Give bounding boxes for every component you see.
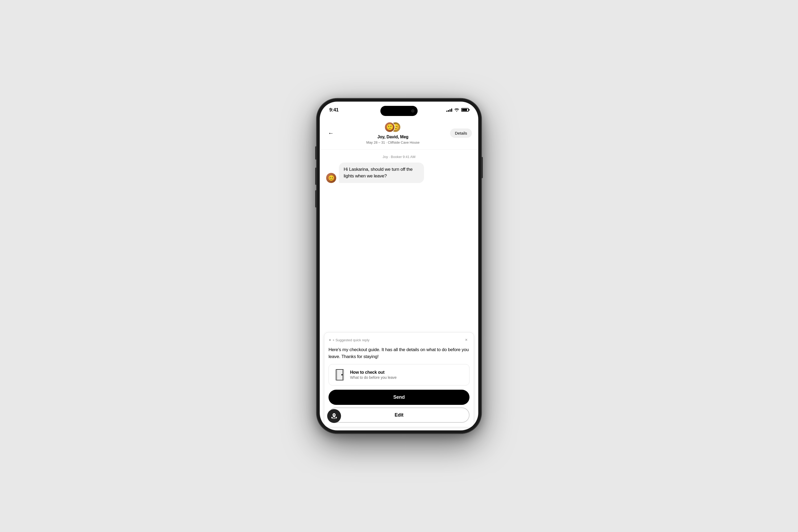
edit-button[interactable]: Edit xyxy=(328,407,470,423)
phone-frame: 9:41 xyxy=(317,98,481,434)
sparkle-icon: ✦ xyxy=(328,338,331,342)
trip-info: May 28 – 31 · Cliffside Cave House xyxy=(366,140,419,145)
back-arrow-icon: ← xyxy=(328,130,334,137)
checkout-title: How to check out xyxy=(350,370,464,375)
suggested-reply-header: ✦ + Suggested quick reply × xyxy=(328,337,470,343)
suggested-reply-container: ✦ + Suggested quick reply × Here's my ch… xyxy=(324,332,474,427)
avatar-group: 🙂 😊 xyxy=(384,122,401,134)
action-buttons: Send Edit xyxy=(328,390,470,423)
app-content: ← 🙂 😊 Joy, David, Meg May 28 – 31 · Clif… xyxy=(320,118,478,431)
status-icons xyxy=(446,108,469,112)
avatar-joy: 🙂 xyxy=(384,122,395,132)
message-row: 😊 Hi Laskarina, should we turn off the l… xyxy=(326,163,472,183)
checkout-door-icon xyxy=(334,369,346,381)
checkout-info: How to check out What to do before you l… xyxy=(350,370,464,380)
message-text: Hi Laskarina, should we turn off the lig… xyxy=(344,167,413,178)
phone-screen: 9:41 xyxy=(320,101,478,431)
header-center: 🙂 😊 Joy, David, Meg May 28 – 31 · Cliffs… xyxy=(366,122,419,145)
message-bubble: Hi Laskarina, should we turn off the lig… xyxy=(339,163,424,183)
suggested-label: ✦ + Suggested quick reply xyxy=(328,338,369,342)
details-button[interactable]: Details xyxy=(450,129,472,138)
dynamic-island xyxy=(380,106,418,116)
chat-header: ← 🙂 😊 Joy, David, Meg May 28 – 31 · Clif… xyxy=(320,118,478,150)
close-button[interactable]: × xyxy=(463,337,470,343)
reply-text: Here's my checkout guide. It has all the… xyxy=(328,346,470,360)
signal-icon xyxy=(446,108,452,112)
wifi-icon xyxy=(454,108,459,112)
airbnb-logo-icon xyxy=(330,412,338,420)
status-time: 9:41 xyxy=(329,107,339,113)
airbnb-fab[interactable] xyxy=(327,409,341,423)
volume-up-button xyxy=(315,168,317,185)
sender-avatar: 😊 xyxy=(326,173,336,183)
participants-name: Joy, David, Meg xyxy=(377,135,408,139)
chat-area: Joy · Booker 9:41 AM 😊 Hi Laskarina, sho… xyxy=(320,150,478,332)
volume-down-button xyxy=(315,190,317,208)
send-button[interactable]: Send xyxy=(328,390,470,405)
message-meta: Joy · Booker 9:41 AM xyxy=(326,155,472,159)
checkout-subtitle: What to do before you leave xyxy=(350,375,464,380)
battery-icon xyxy=(461,108,469,112)
front-camera xyxy=(411,109,414,113)
checkout-card[interactable]: How to check out What to do before you l… xyxy=(328,364,470,385)
door-svg xyxy=(335,369,344,380)
back-button[interactable]: ← xyxy=(326,129,336,138)
svg-point-3 xyxy=(341,374,343,376)
